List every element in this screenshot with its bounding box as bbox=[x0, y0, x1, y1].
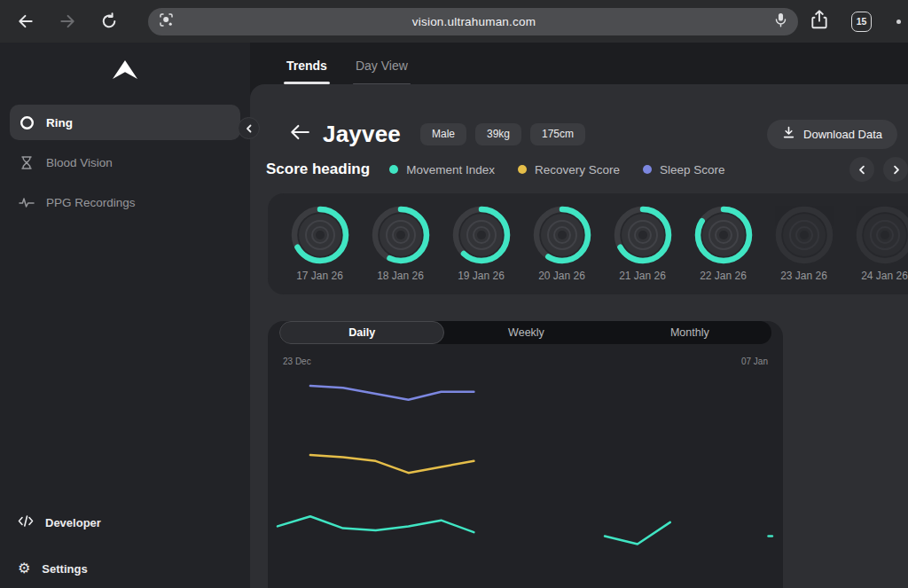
ring-date-label: 21 Jan 26 bbox=[619, 270, 666, 282]
sidebar-item-label: Ring bbox=[46, 116, 73, 129]
ring-date-label: 23 Jan 26 bbox=[780, 270, 827, 282]
legend-dot bbox=[643, 165, 652, 174]
period-option-weekly[interactable]: Weekly bbox=[444, 321, 607, 344]
carousel-next-button[interactable] bbox=[883, 157, 908, 182]
carousel-prev-button[interactable] bbox=[849, 157, 874, 182]
sidebar-collapse-button[interactable] bbox=[238, 117, 260, 139]
lens-icon[interactable] bbox=[159, 12, 174, 31]
sidebar-item-ppg-recordings[interactable]: PPG Recordings bbox=[10, 184, 240, 220]
range-end-label: 07 Jan bbox=[741, 357, 768, 366]
series-line-sleep-score bbox=[310, 386, 474, 400]
score-ring-gauge bbox=[450, 203, 513, 267]
score-ring-gauge bbox=[369, 203, 433, 267]
series-line-movement-index bbox=[605, 522, 670, 545]
legend-label: Movement Index bbox=[406, 163, 495, 176]
forward-icon[interactable] bbox=[58, 12, 77, 31]
ring-date-label: 22 Jan 26 bbox=[700, 270, 747, 282]
score-ring-gauge bbox=[611, 203, 675, 267]
tab-label: Day View bbox=[356, 59, 408, 73]
ring-day-item[interactable]: 19 Jan 26 bbox=[441, 203, 521, 294]
tab-trends[interactable]: Trends bbox=[284, 59, 330, 84]
back-arrow-icon[interactable] bbox=[289, 122, 310, 145]
score-row: Score heading Movement IndexRecovery Sco… bbox=[266, 157, 908, 182]
share-icon[interactable] bbox=[810, 10, 828, 33]
mic-icon[interactable] bbox=[774, 12, 787, 31]
legend-item: Sleep Score bbox=[643, 163, 725, 176]
download-label: Download Data bbox=[803, 128, 882, 141]
score-ring-gauge bbox=[692, 203, 755, 267]
sidebar-item-settings[interactable]: ⚙Settings bbox=[15, 558, 88, 579]
series-line-movement-index bbox=[278, 516, 474, 532]
sidebar-item-label: PPG Recordings bbox=[46, 196, 136, 209]
download-data-button[interactable]: Download Data bbox=[767, 120, 897, 149]
ring-day-item[interactable]: 24 Jan 26 bbox=[844, 203, 908, 294]
ring-date-label: 20 Jan 26 bbox=[538, 270, 585, 282]
ring-day-item[interactable]: 22 Jan 26 bbox=[683, 203, 763, 294]
range-start-label: 23 Dec bbox=[283, 357, 311, 366]
chart-date-range: 23 Dec 07 Jan bbox=[283, 357, 768, 366]
legend-label: Sleep Score bbox=[660, 163, 725, 176]
ring-date-label: 18 Jan 26 bbox=[377, 270, 424, 282]
app-frame: RingBlood VisionPPG Recordings Developer… bbox=[0, 43, 908, 588]
score-ring-gauge bbox=[288, 203, 352, 267]
sidebar-item-developer[interactable]: Developer bbox=[15, 512, 101, 533]
ring-day-item[interactable]: 18 Jan 26 bbox=[360, 203, 441, 294]
sidebar-item-ring[interactable]: Ring bbox=[10, 105, 240, 140]
view-tabs: TrendsDay View bbox=[250, 43, 908, 84]
reload-icon[interactable] bbox=[99, 12, 119, 31]
tab-day-view[interactable]: Day View bbox=[353, 59, 411, 84]
ppg-waveform-icon bbox=[19, 194, 35, 210]
sidebar-nav: RingBlood VisionPPG Recordings bbox=[0, 105, 250, 220]
tab-counter[interactable]: 15 bbox=[851, 12, 872, 32]
sidebar: RingBlood VisionPPG Recordings Developer… bbox=[0, 43, 250, 588]
legend-dot bbox=[389, 165, 398, 174]
profile-header: Jayvee Male39kg175cm Download Data bbox=[289, 118, 903, 150]
score-ring-gauge bbox=[530, 203, 594, 267]
gear-icon: ⚙ bbox=[18, 561, 30, 576]
ring-day-item[interactable]: 21 Jan 26 bbox=[602, 203, 683, 294]
back-icon[interactable] bbox=[16, 12, 35, 31]
legend-item: Movement Index bbox=[389, 163, 495, 176]
legend-dot bbox=[518, 165, 527, 174]
page-title: Jayvee bbox=[323, 121, 401, 148]
sidebar-item-blood-vision[interactable]: Blood Vision bbox=[10, 145, 240, 180]
period-option-daily[interactable]: Daily bbox=[279, 321, 444, 344]
score-trend-chart bbox=[268, 368, 783, 566]
ring-day-item[interactable]: 20 Jan 26 bbox=[521, 203, 602, 294]
ring-day-item[interactable]: 23 Jan 26 bbox=[763, 203, 844, 294]
address-bar[interactable]: vision.ultrahuman.com bbox=[148, 8, 798, 35]
main-panel: Jayvee Male39kg175cm Download Data Score… bbox=[250, 84, 908, 588]
sidebar-item-label: Developer bbox=[45, 516, 101, 529]
sidebar-item-label: Settings bbox=[42, 562, 87, 576]
period-segmented-control: DailyWeeklyMonthly bbox=[279, 321, 771, 344]
menu-dots-icon[interactable] bbox=[896, 20, 901, 24]
tab-label: Trends bbox=[286, 59, 327, 73]
profile-badge: 175cm bbox=[530, 123, 585, 145]
legend-item: Recovery Score bbox=[518, 163, 620, 176]
main-content: TrendsDay View Jayvee Male39kg175cm Down… bbox=[250, 43, 908, 588]
ring-date-label: 17 Jan 26 bbox=[296, 270, 343, 282]
download-icon bbox=[782, 126, 795, 142]
score-heading: Score heading bbox=[266, 161, 370, 178]
ring-date-label: 19 Jan 26 bbox=[458, 270, 505, 282]
legend-label: Recovery Score bbox=[535, 163, 620, 176]
ring-date-label: 24 Jan 26 bbox=[861, 270, 908, 282]
score-ring-gauge bbox=[853, 203, 908, 267]
profile-badge: 39kg bbox=[475, 123, 521, 145]
trend-chart-card: DailyWeeklyMonthly 23 Dec 07 Jan bbox=[268, 321, 783, 588]
ultrahuman-logo-icon bbox=[0, 43, 250, 80]
daily-rings-card: 17 Jan 2618 Jan 2619 Jan 2620 Jan 2621 J… bbox=[268, 193, 908, 294]
score-legend: Movement IndexRecovery ScoreSleep Score bbox=[389, 163, 724, 176]
browser-toolbar: vision.ultrahuman.com 15 bbox=[0, 0, 908, 43]
code-icon bbox=[18, 515, 34, 529]
ring-icon bbox=[19, 114, 35, 130]
period-option-monthly[interactable]: Monthly bbox=[608, 321, 771, 344]
blood-vision-icon bbox=[19, 154, 35, 170]
ring-day-item[interactable]: 17 Jan 26 bbox=[279, 203, 360, 294]
profile-badge: Male bbox=[420, 123, 466, 145]
series-line-recovery-score bbox=[310, 455, 474, 473]
score-ring-gauge bbox=[772, 203, 836, 267]
url-text[interactable]: vision.ultrahuman.com bbox=[174, 15, 774, 28]
sidebar-item-label: Blood Vision bbox=[46, 156, 113, 169]
